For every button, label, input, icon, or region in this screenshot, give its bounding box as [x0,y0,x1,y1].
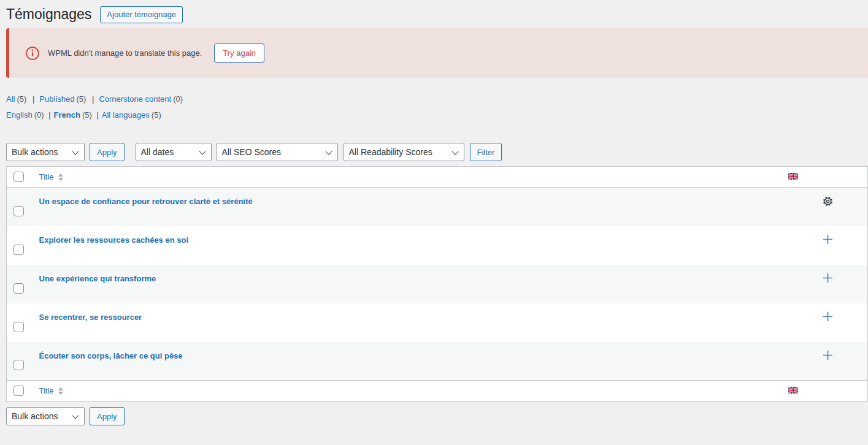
status-filter-list: All(5) Published(5) Cornerstone content(… [6,94,868,104]
readability-scores-select-wrap: All Readability Scores [344,143,464,161]
column-header-title-label: Title [39,172,54,181]
language-filter-french-link[interactable]: French [54,110,80,120]
language-filter-english-count: (0) [34,110,44,120]
uk-flag-icon [788,173,798,180]
status-filter-all-count: (5) [17,94,26,104]
language-filter-all-count: (5) [152,110,161,120]
toolbar-bottom: Bulk actions Apply [6,407,868,425]
plus-icon [823,273,833,283]
sort-arrows-icon [58,387,63,395]
table-body: Un espace de confiance pour retrouver cl… [7,188,868,381]
row-checkbox[interactable] [13,245,24,255]
page-title: Témoignages [6,6,94,23]
apply-button[interactable]: Apply [90,143,125,161]
row-title-link[interactable]: Une expérience qui transforme [39,274,156,283]
info-icon [25,46,40,61]
status-filter-all-link[interactable]: All [6,94,15,104]
table-row: Un espace de confiance pour retrouver cl… [7,188,868,226]
language-filter-list: English(0) French(5) All languages(5) [6,110,868,120]
row-title-link[interactable]: Explorer les ressources cachées en soi [39,235,189,245]
language-filter-all: All languages(5) [94,110,161,120]
column-header-title[interactable]: Title [39,172,63,181]
status-filter-published: Published(5) [29,94,86,104]
select-all-checkbox[interactable] [13,172,24,182]
status-filter-published-count: (5) [76,94,86,104]
notice-message: WPML didn't manage to translate this pag… [48,48,202,58]
add-translation-button[interactable] [823,234,833,245]
translation-in-progress-button[interactable] [822,196,834,207]
bulk-actions-select-bottom-wrap: Bulk actions [6,407,85,425]
add-translation-button[interactable] [823,311,833,322]
wpml-notice: WPML didn't manage to translate this pag… [6,28,868,78]
language-filter-english-link[interactable]: English [6,110,33,120]
bottom-spacer [6,425,868,441]
testimonials-table: Title Un espace de co [6,166,868,401]
language-filter-french: French(5) [46,110,92,120]
column-footer-title[interactable]: Title [39,386,63,395]
row-checkbox[interactable] [13,206,24,216]
table-row: Une expérience qui transforme [7,265,868,303]
try-again-button[interactable]: Try again [214,44,264,63]
add-translation-button[interactable] [823,273,833,283]
status-filter-cornerstone: Cornerstone content(0) [88,94,183,104]
row-title-link[interactable]: Un espace de confiance pour retrouver cl… [39,197,253,206]
language-filter-all-link[interactable]: All languages [102,110,150,120]
readability-scores-select[interactable]: All Readability Scores [344,143,464,161]
table-header: Title [7,167,868,188]
table-footer: Title [7,381,868,401]
plus-icon [823,350,833,360]
row-checkbox[interactable] [13,283,24,294]
select-all-checkbox-footer[interactable] [13,386,24,396]
filter-button[interactable]: Filter [470,143,502,161]
page-header: Témoignages Ajouter témoignage [6,0,868,23]
dates-select[interactable]: All dates [136,143,212,161]
table-row: Se recentrer, se ressourcer [7,303,868,342]
toolbar-top: Bulk actions Apply All dates All SEO Sco… [6,143,868,161]
language-filter-english: English(0) [6,110,44,120]
row-checkbox[interactable] [13,360,24,370]
bulk-actions-select-wrap: Bulk actions [6,143,85,161]
uk-flag-icon [788,387,798,394]
table-row: Écouter son corps, lâcher ce qui pèse [7,342,868,381]
add-testimonial-button[interactable]: Ajouter témoignage [100,6,183,23]
seo-scores-select[interactable]: All SEO Scores [217,143,338,161]
plus-icon [823,234,833,245]
column-footer-title-label: Title [39,386,54,395]
seo-scores-select-wrap: All SEO Scores [217,143,338,161]
status-filter-published-link[interactable]: Published [39,94,74,104]
gear-icon [822,196,834,207]
table-row: Explorer les ressources cachées en soi [7,226,868,265]
row-title-link[interactable]: Se recentrer, se ressourcer [39,313,142,322]
language-filter-french-count: (5) [82,110,92,120]
row-checkbox[interactable] [13,322,24,332]
row-title-link[interactable]: Écouter son corps, lâcher ce qui pèse [39,351,183,360]
apply-button-bottom[interactable]: Apply [90,407,125,425]
status-filter-all: All(5) [6,94,26,104]
status-filter-cornerstone-count: (0) [173,94,183,104]
sort-arrows-icon [58,173,63,181]
bulk-actions-select[interactable]: Bulk actions [6,143,85,161]
add-translation-button[interactable] [823,350,833,360]
dates-select-wrap: All dates [136,143,212,161]
content-wrap: Témoignages Ajouter témoignage WPML didn… [6,0,868,441]
plus-icon [823,311,833,322]
status-filter-cornerstone-link[interactable]: Cornerstone content [99,94,171,104]
bulk-actions-select-bottom[interactable]: Bulk actions [6,407,85,425]
